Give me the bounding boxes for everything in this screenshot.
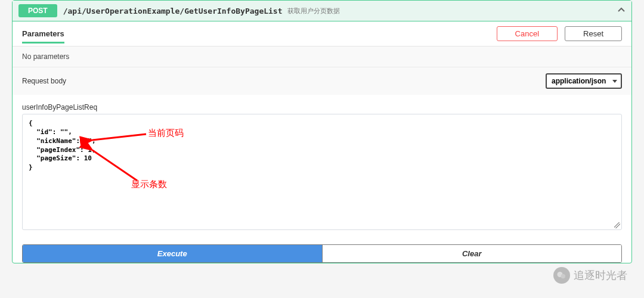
reset-button[interactable]: Reset	[565, 26, 622, 41]
try-it-buttons: Cancel Reset	[497, 26, 622, 41]
chevron-up-icon[interactable]	[617, 6, 626, 16]
content-type-wrap: application/json	[546, 73, 622, 89]
no-parameters-text: No parameters	[13, 46, 631, 67]
api-operation-panel: POST /api/UserOperationExample/GetUserIn…	[12, 0, 632, 263]
clear-button[interactable]: Clear	[323, 245, 622, 262]
wechat-logo-icon	[553, 267, 570, 284]
operation-header[interactable]: POST /api/UserOperationExample/GetUserIn…	[13, 1, 631, 21]
svg-point-3	[561, 274, 566, 279]
request-body-param-name: userInfoByPageListReq	[13, 95, 631, 114]
cancel-button[interactable]: Cancel	[497, 26, 558, 41]
request-body-header: Request body application/json	[13, 67, 631, 95]
content-type-select[interactable]: application/json	[546, 73, 622, 89]
watermark: 追逐时光者	[553, 267, 627, 284]
parameters-tab[interactable]: Parameters	[22, 29, 64, 44]
watermark-text: 追逐时光者	[574, 268, 627, 283]
resize-grip-icon[interactable]	[614, 222, 620, 228]
endpoint-description: 获取用户分页数据	[287, 7, 340, 15]
request-body-text: { "id": "", "nickName": "", "pageIndex":…	[29, 119, 615, 172]
svg-point-2	[558, 272, 563, 277]
request-body-label: Request body	[22, 77, 66, 85]
endpoint-path: /api/UserOperationExample/GetUserInfoByP…	[63, 7, 283, 15]
execute-button[interactable]: Execute	[23, 245, 323, 262]
action-buttons: Execute Clear	[22, 244, 622, 263]
request-body-editor[interactable]: { "id": "", "nickName": "", "pageIndex":…	[22, 114, 622, 230]
parameters-section-header: Parameters Cancel Reset	[13, 21, 631, 46]
request-body-editor-wrap: { "id": "", "nickName": "", "pageIndex":…	[13, 114, 631, 236]
method-badge: POST	[18, 4, 57, 17]
